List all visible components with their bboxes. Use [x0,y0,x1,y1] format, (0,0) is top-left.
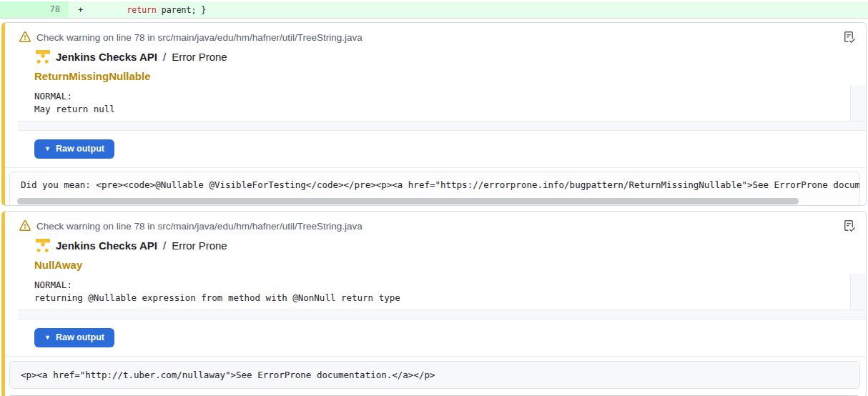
annotation-header-text: Check warning on line 78 in src/main/jav… [36,221,363,232]
raw-output-text: <p><a href="http://t.uber.com/nullaway">… [10,362,859,388]
tool-name-link[interactable]: Jenkins Checks API [56,239,157,252]
view-check-run-button[interactable] [842,219,857,235]
raw-output-panel: <p><a href="http://t.uber.com/nullaway">… [9,361,860,389]
vertical-scrollbar-track[interactable] [850,85,866,122]
code-rest: parent; } [157,5,206,15]
rule-title: NullAway [34,259,866,272]
vertical-scrollbar-track[interactable] [850,274,866,310]
raw-output-button-label: Raw output [56,332,104,342]
raw-output-scrollbar-track[interactable] [10,197,859,206]
diff-code-text: return parent; } [87,5,206,15]
annotation-message: NORMAL: May return null [18,85,850,121]
tool-separator: / [163,239,166,252]
annotation-header: Check warning on line 78 in src/main/jav… [5,23,866,44]
annotation-message: NORMAL: returning @Nullable expression f… [18,274,850,310]
annotation-header: Check warning on line 78 in src/main/jav… [5,212,866,233]
horizontal-scrollbar-track[interactable] [18,310,866,320]
caret-down-icon: ▼ [44,145,51,152]
message-text: returning @Nullable expression from meth… [34,292,400,303]
checklist-icon [844,220,855,234]
code-keyword: return [127,5,157,15]
annotation-message-scrollarea[interactable]: NORMAL: May return null [18,85,866,131]
jenkins-identicon [36,239,50,253]
view-check-run-button[interactable] [842,30,857,46]
check-run-name-link[interactable]: Error Prone [172,239,227,252]
severity-label: NORMAL: [34,91,72,102]
code-indent [87,5,127,15]
warning-triangle-icon [19,31,31,43]
checklist-icon [844,31,855,45]
caret-down-icon: ▼ [44,334,51,341]
annotation-message-scrollarea[interactable]: NORMAL: returning @Nullable expression f… [18,274,866,320]
raw-output-panel: Did you mean: <pre><code>@Nullable @Visi… [9,172,860,206]
check-tool-row: Jenkins Checks API / Error Prone [36,49,866,64]
raw-output-button[interactable]: ▼ Raw output [34,328,114,347]
diff-add-marker: + [69,5,87,15]
check-warning-card-1: Check warning on line 78 in src/main/jav… [1,22,867,206]
annotation-header-text: Check warning on line 78 in src/main/jav… [36,32,363,43]
tool-name-link[interactable]: Jenkins Checks API [56,51,157,63]
severity-label: NORMAL: [34,279,72,290]
raw-output-button-label: Raw output [56,144,104,154]
diff-added-line: 78 + return parent; } [0,1,868,19]
check-warning-card-2: Check warning on line 78 in src/main/jav… [1,211,867,396]
raw-output-button[interactable]: ▼ Raw output [34,139,114,159]
raw-output-text: Did you mean: <pre><code>@Nullable @Visi… [10,172,859,197]
jenkins-identicon [36,50,50,64]
check-tool-row: Jenkins Checks API / Error Prone [36,238,866,253]
horizontal-scrollbar-track[interactable] [18,121,866,131]
diff-line-number[interactable]: 78 [0,1,69,18]
warning-triangle-icon [19,220,31,232]
check-run-name-link[interactable]: Error Prone [172,51,227,63]
tool-separator: / [163,51,166,63]
raw-output-toggle-row: ▼ Raw output [5,320,866,357]
rule-title: ReturnMissingNullable [34,70,866,83]
message-text: May return null [34,104,115,114]
raw-output-scrollbar-thumb[interactable] [17,198,799,204]
raw-output-toggle-row: ▼ Raw output [5,131,866,168]
